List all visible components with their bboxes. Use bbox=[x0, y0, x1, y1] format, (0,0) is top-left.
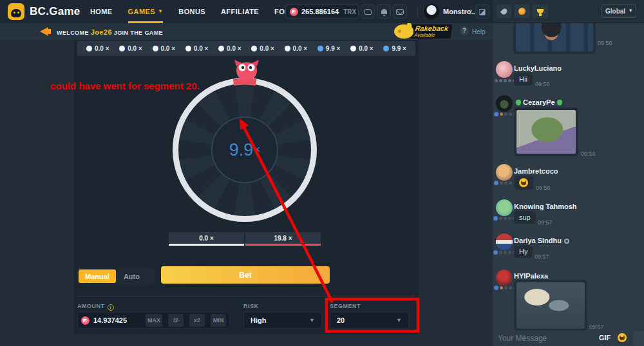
bcgame-logo-icon[interactable] bbox=[8, 3, 24, 20]
bet-button[interactable]: Bet bbox=[161, 266, 330, 284]
avatar[interactable] bbox=[496, 269, 513, 286]
message-input[interactable] bbox=[498, 332, 591, 344]
result-dot bbox=[251, 46, 257, 51]
min-button[interactable]: MIN bbox=[211, 314, 226, 327]
result-dot bbox=[119, 46, 125, 51]
chat-username: CezaryPe bbox=[514, 98, 564, 106]
gif-button[interactable]: GIF bbox=[599, 334, 611, 341]
divider bbox=[77, 296, 415, 296]
risk-select[interactable]: High ▼ bbox=[243, 312, 322, 329]
result-dot bbox=[218, 46, 224, 51]
avatar[interactable] bbox=[496, 61, 513, 78]
owl-mascot bbox=[232, 60, 261, 82]
header-divider bbox=[417, 6, 418, 17]
level-badges bbox=[493, 250, 516, 255]
messages-button[interactable] bbox=[393, 5, 407, 19]
result-dot bbox=[153, 46, 158, 51]
level-badges bbox=[495, 79, 516, 82]
history-chip[interactable]: 0.0 × bbox=[285, 45, 308, 52]
history-chip[interactable]: 9.9 × bbox=[317, 45, 341, 52]
welcome-username: Joe26 bbox=[91, 28, 112, 36]
manual-mode-button[interactable]: Manual bbox=[79, 269, 116, 283]
nav-games[interactable]: GAMES▼ bbox=[128, 0, 164, 23]
bell-icon bbox=[381, 9, 387, 14]
chat-message: sup bbox=[514, 211, 536, 224]
rakeback-subtitle: Available bbox=[414, 32, 448, 38]
segment-label: SEGMENT bbox=[330, 303, 361, 309]
round-results: 0.0 × 19.8 × bbox=[169, 232, 321, 246]
welcome-banner: WELCOME Joe26 JOIN THE GAME Rakeback Ava… bbox=[0, 23, 493, 40]
chat-message: Hii bbox=[514, 73, 533, 86]
chat-panel: 09:56 LuckyLuciano Hii 09:56 CezaryPe 09… bbox=[493, 0, 644, 346]
help-icon[interactable]: ? bbox=[460, 26, 469, 35]
history-chip[interactable]: 0.0 × bbox=[185, 45, 209, 52]
contest-button[interactable] bbox=[533, 5, 547, 18]
vault-icon bbox=[365, 9, 372, 15]
double-button[interactable]: x2 bbox=[189, 314, 205, 327]
risk-label: RISK bbox=[243, 303, 259, 309]
result-dot bbox=[383, 46, 389, 51]
history-chip[interactable]: 0.0 × bbox=[251, 45, 274, 52]
result-dot bbox=[350, 46, 356, 51]
chat-message: Hy bbox=[514, 245, 533, 258]
chevron-down-icon: ▼ bbox=[628, 8, 633, 14]
balance-selector[interactable]: 265.886164 TRX ▼ bbox=[285, 5, 359, 19]
avatar[interactable] bbox=[496, 233, 513, 250]
history-chip[interactable]: 0.0 × bbox=[86, 45, 109, 52]
half-button[interactable]: /2 bbox=[168, 314, 184, 327]
history-chip[interactable]: 0.0 × bbox=[350, 45, 374, 52]
result-dot bbox=[185, 46, 191, 51]
vault-button[interactable] bbox=[361, 5, 375, 19]
chevron-down-icon: ▼ bbox=[396, 317, 402, 323]
panel-toggle-button[interactable]: ◪ bbox=[475, 5, 489, 19]
alien-emoji bbox=[557, 100, 562, 105]
laughing-emoji bbox=[519, 178, 528, 187]
history-chip[interactable]: 0.0 × bbox=[153, 45, 176, 52]
chat-input-bar: GIF bbox=[493, 331, 644, 346]
history-chip[interactable]: 9.9 × bbox=[383, 45, 406, 52]
avatar[interactable] bbox=[496, 199, 513, 216]
level-badges bbox=[494, 181, 516, 185]
amount-input[interactable] bbox=[93, 316, 140, 324]
trophy-icon bbox=[537, 9, 544, 14]
amount-field: MAX /2 x2 MIN bbox=[77, 312, 230, 329]
history-chip[interactable]: 0.0 × bbox=[119, 45, 142, 52]
chevron-down-icon: ▼ bbox=[468, 8, 473, 14]
game-wheel: 9.9 × bbox=[173, 78, 317, 222]
balance-amount: 265.886164 bbox=[301, 8, 339, 15]
welcome-text: WELCOME Joe26 JOIN THE GAME bbox=[57, 28, 163, 36]
multiplier-history-bar: 0.0 × 0.0 × 0.0 × 0.0 × 0.0 × 0.0 × 0.0 … bbox=[77, 41, 415, 56]
emoji-picker-button[interactable] bbox=[618, 333, 627, 342]
chat-username: LuckyLuciano bbox=[514, 64, 562, 72]
avatar[interactable] bbox=[496, 95, 513, 112]
history-chip[interactable]: 0.0 × bbox=[218, 45, 242, 52]
user-avatar[interactable] bbox=[424, 4, 439, 19]
auto-mode-button[interactable]: Auto bbox=[117, 269, 146, 283]
mail-icon bbox=[396, 9, 404, 15]
help-label[interactable]: Help bbox=[472, 28, 486, 35]
result-dot bbox=[86, 46, 92, 51]
chat-username: HYIPalexa bbox=[514, 272, 548, 280]
send-button[interactable] bbox=[633, 331, 644, 345]
max-button[interactable]: MAX bbox=[146, 314, 162, 327]
avatar[interactable] bbox=[496, 164, 513, 181]
chat-room-select[interactable]: Global ▼ bbox=[601, 5, 636, 18]
chat-header: Global ▼ bbox=[493, 0, 644, 23]
result-dot bbox=[285, 46, 290, 51]
nav-home[interactable]: HOME bbox=[90, 0, 113, 23]
top-header: BC.Game HOME GAMES▼ BONUS AFFILIATE FORU… bbox=[0, 0, 493, 23]
level-badges bbox=[494, 286, 516, 290]
rain-button[interactable] bbox=[497, 5, 511, 18]
nav-bonus[interactable]: BONUS bbox=[178, 0, 205, 23]
chat-gif-bubble bbox=[514, 280, 587, 331]
nav-affiliate[interactable]: AFFILIATE bbox=[221, 0, 259, 23]
chat-username: Dariya Sindhu bbox=[514, 237, 569, 244]
rakeback-badge[interactable]: Rakeback Available bbox=[394, 24, 456, 40]
coin-drop-button[interactable] bbox=[515, 5, 529, 18]
level-badges bbox=[494, 112, 516, 116]
coin-icon bbox=[518, 8, 526, 15]
segment-select[interactable]: 20 ▼ bbox=[330, 312, 409, 329]
notifications-button[interactable] bbox=[377, 5, 391, 19]
info-icon[interactable]: i bbox=[108, 304, 114, 311]
annotation-text: could have went for segment 20. bbox=[50, 80, 200, 91]
